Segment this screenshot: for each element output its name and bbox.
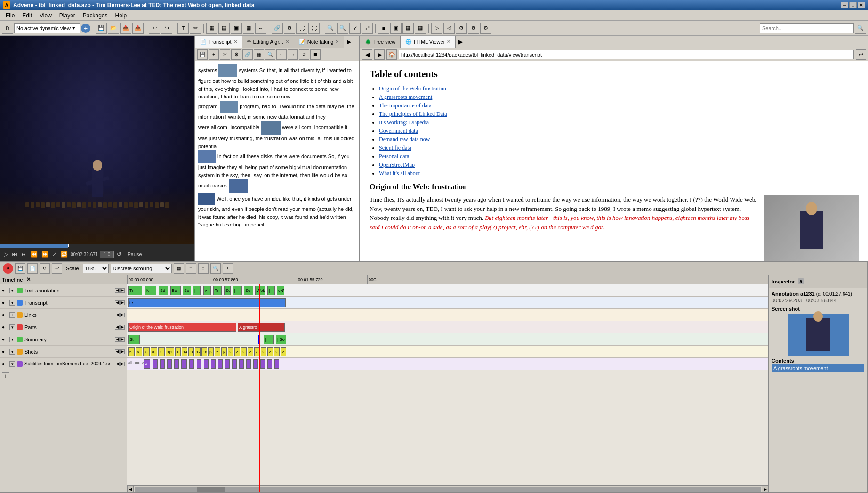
- close-button[interactable]: ✕: [858, 2, 865, 8]
- sub-clip-16[interactable]: [253, 359, 258, 369]
- track-right-summary[interactable]: ▶: [120, 337, 125, 342]
- toc-item-8[interactable]: Personal data: [379, 153, 409, 160]
- tool-1[interactable]: ▦: [206, 23, 217, 34]
- timeline-add-btn[interactable]: +: [223, 263, 233, 274]
- sub-clip-19[interactable]: [274, 359, 279, 369]
- transcript-stop-btn[interactable]: ⏹: [310, 49, 321, 60]
- transcript-search-btn[interactable]: 🔍: [265, 49, 275, 60]
- track-clip-parts-2[interactable]: A grassro: [238, 323, 285, 332]
- tool-9[interactable]: ⛶: [308, 23, 320, 34]
- tab-tree-view[interactable]: 🌲 Tree view: [360, 36, 401, 48]
- timeline-save-btn[interactable]: 💾: [15, 263, 25, 274]
- go-button[interactable]: ↩: [856, 49, 866, 60]
- loop-button[interactable]: 🔁: [60, 251, 69, 258]
- scroll-track[interactable]: [135, 487, 761, 492]
- timeline-close-btn[interactable]: ✕: [3, 263, 13, 274]
- track-clip-text-8[interactable]: Ti: [213, 286, 222, 295]
- sub-clip-15[interactable]: [246, 359, 251, 369]
- shot-16[interactable]: 2: [234, 347, 240, 356]
- transcript-save-btn[interactable]: 💾: [197, 49, 208, 60]
- toc-item-1[interactable]: A grassroots movement: [379, 94, 432, 100]
- minimize-button[interactable]: ─: [841, 2, 848, 8]
- track-clip-text-5[interactable]: So: [183, 286, 191, 295]
- track-clip-text-6[interactable]: |: [193, 286, 201, 295]
- more-html-tabs-button[interactable]: ▶: [456, 38, 466, 46]
- transcript-settings-btn[interactable]: ⚙: [231, 49, 241, 60]
- menu-player[interactable]: Player: [56, 11, 79, 20]
- toc-item-0[interactable]: Origin of the Web: frustration: [379, 85, 446, 92]
- tool-19[interactable]: ⚙: [468, 23, 479, 34]
- new-button[interactable]: 🗋: [2, 23, 13, 34]
- shot-6[interactable]: 1|1: [166, 347, 174, 356]
- shot-11[interactable]: 18: [201, 347, 207, 356]
- tool-18[interactable]: ⚙: [456, 23, 467, 34]
- sub-clip-12[interactable]: [225, 359, 230, 369]
- tool-20[interactable]: ⚙: [480, 23, 491, 34]
- active-view-dropdown[interactable]: No active dynamic view ▾: [14, 23, 80, 33]
- prev-frame-button[interactable]: ⏮: [11, 251, 18, 258]
- goto-button[interactable]: ↗: [51, 251, 58, 258]
- track-clip-text-13[interactable]: |: [267, 286, 275, 295]
- url-bar[interactable]: [399, 50, 854, 59]
- next-keyframe-button[interactable]: ⏩: [40, 251, 49, 258]
- sub-clip-13[interactable]: [232, 359, 237, 369]
- toc-item-5[interactable]: Government data: [379, 128, 418, 134]
- track-vis-subtitles[interactable]: ●: [2, 361, 8, 366]
- toc-item-6[interactable]: Demand raw data now: [379, 136, 430, 143]
- shot-2[interactable]: 6: [136, 347, 142, 356]
- sub-clip-3[interactable]: [160, 359, 165, 369]
- tool-10[interactable]: ↙: [349, 23, 361, 34]
- track-right-transcript[interactable]: ▶: [120, 300, 125, 305]
- shot-3[interactable]: 7: [143, 347, 150, 356]
- draw-tool-button[interactable]: ✏: [190, 23, 201, 34]
- h-scrollbar[interactable]: ◀ ▶: [127, 485, 768, 492]
- sub-clip-8[interactable]: [197, 359, 201, 369]
- shot-5[interactable]: 9: [158, 347, 165, 356]
- close-editing-tab[interactable]: ✕: [285, 39, 289, 44]
- track-clip-text-12[interactable]: WebBu: [255, 286, 265, 295]
- track-expand-links[interactable]: +: [9, 312, 15, 318]
- tab-html-viewer[interactable]: 🌐 HTML Viewer ✕: [401, 36, 456, 48]
- sub-clip-5[interactable]: [174, 359, 179, 369]
- track-left-btn[interactable]: ◀: [115, 288, 120, 293]
- track-expand-summary[interactable]: ▾: [9, 337, 15, 342]
- add-track-button[interactable]: +: [2, 372, 9, 380]
- shot-20[interactable]: 2: [261, 347, 266, 356]
- transcript-fwd-btn[interactable]: →: [288, 49, 298, 60]
- scroll-thumb[interactable]: [197, 487, 225, 492]
- speed-input[interactable]: [100, 251, 114, 258]
- sub-clip-9[interactable]: [204, 359, 209, 369]
- tool-4[interactable]: ▦: [243, 23, 254, 34]
- toc-item-3[interactable]: The principles of Linked Data: [379, 111, 447, 117]
- timeline-undo-btn[interactable]: ↩: [52, 263, 62, 274]
- timeline-grid-btn[interactable]: ▦: [174, 263, 184, 274]
- shot-17[interactable]: 2: [241, 347, 247, 356]
- shot-8[interactable]: 14: [182, 347, 187, 356]
- sub-clip-7[interactable]: [189, 359, 194, 369]
- tool-5[interactable]: ↔: [255, 23, 266, 34]
- tool-14[interactable]: ▦: [402, 23, 414, 34]
- shot-19[interactable]: 2: [254, 347, 260, 356]
- transcript-grid-btn[interactable]: ▦: [254, 49, 264, 60]
- shot-12[interactable]: |2: [208, 347, 214, 356]
- maximize-button[interactable]: □: [849, 2, 857, 8]
- menu-packages[interactable]: Packages: [79, 11, 112, 20]
- shot-10[interactable]: 17: [195, 347, 201, 356]
- refresh-button[interactable]: ↺: [116, 251, 122, 258]
- track-left-subtitles[interactable]: ◀: [115, 362, 120, 366]
- track-vis-links[interactable]: ●: [2, 312, 8, 317]
- sub-clip-11[interactable]: [218, 359, 223, 369]
- tool-3[interactable]: ▣: [231, 23, 242, 34]
- track-vis-summary[interactable]: ●: [2, 337, 8, 342]
- tab-editing[interactable]: ✏ Editing A gr... ✕: [242, 36, 294, 48]
- back-button[interactable]: ◀: [362, 49, 372, 60]
- sub-clip-17[interactable]: [260, 359, 265, 369]
- shot-22[interactable]: 2: [274, 347, 280, 356]
- tab-transcript[interactable]: 📄 Transcript ✕: [195, 36, 242, 48]
- close-transcript-tab[interactable]: ✕: [233, 39, 237, 44]
- video-progress-container[interactable]: [0, 244, 194, 248]
- menu-view[interactable]: View: [36, 11, 56, 20]
- track-clip-text-4[interactable]: Bu: [170, 286, 181, 295]
- sub-clip-14[interactable]: [239, 359, 244, 369]
- track-left-shots[interactable]: ◀: [115, 349, 120, 354]
